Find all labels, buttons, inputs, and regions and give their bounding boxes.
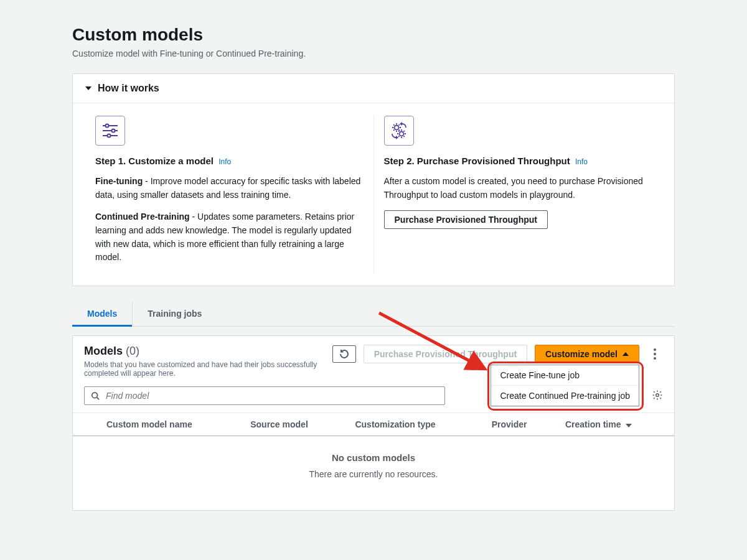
col-customization-type[interactable]: Customization type [346,413,482,436]
svg-point-12 [656,393,659,396]
search-icon [91,391,100,400]
step-1-title: Step 1. Customize a model [95,156,214,166]
how-it-works-panel: How it works Step 1. Customize a model [72,73,675,286]
caret-down-icon [85,86,92,90]
svg-point-6 [394,126,398,130]
tab-training-jobs[interactable]: Training jobs [132,301,217,326]
dropdown-item-fine-tune[interactable]: Create Fine-tune job [491,365,639,385]
search-box[interactable] [84,386,445,405]
step-2-info-link[interactable]: Info [575,157,588,166]
purchase-throughput-button: Purchase Provisioned Throughput [364,345,527,363]
col-creation-time[interactable]: Creation time [557,413,674,436]
step-1-column: Step 1. Customize a model Info Fine-tuni… [85,116,374,273]
customize-model-button[interactable]: Customize model [535,345,639,363]
caret-up-icon [622,352,629,356]
step-1-info-link[interactable]: Info [218,157,231,166]
empty-state: No custom models There are currently no … [73,436,674,510]
page-subtitle: Customize model with Fine-tuning or Cont… [72,49,675,58]
how-it-works-title: How it works [98,83,159,94]
sliders-icon [95,116,125,146]
models-table: Custom model name Source model Customiza… [73,413,674,436]
more-actions-button[interactable] [647,346,663,362]
refresh-icon [339,349,349,359]
svg-marker-9 [400,122,402,126]
dropdown-item-continued-pretraining[interactable]: Create Continued Pre-training job [491,385,639,406]
tab-bar: Models Training jobs [72,301,675,327]
svg-marker-8 [396,136,398,139]
svg-point-3 [111,129,115,132]
table-settings-button[interactable] [652,390,663,403]
step-1-paragraph-1: Fine-tuning - Improve model accuracy for… [95,175,364,202]
models-panel-description: Models that you have customized and have… [84,360,326,378]
page-title: Custom models [72,25,675,45]
col-source-model[interactable]: Source model [242,413,346,436]
search-input[interactable] [105,390,438,401]
gear-icon [652,390,663,401]
col-custom-model-name[interactable]: Custom model name [98,413,242,436]
svg-point-7 [399,132,403,136]
step-2-paragraph: After a custom model is created, you nee… [384,175,652,202]
svg-point-10 [92,393,98,398]
tab-models[interactable]: Models [72,301,132,326]
purchase-throughput-button-top[interactable]: Purchase Provisioned Throughput [384,210,548,229]
empty-state-title: No custom models [73,452,674,463]
step-2-title: Step 2. Purchase Provisioned Throughput [384,156,570,166]
page-header: Custom models Customize model with Fine-… [72,25,675,58]
gears-cycle-icon [384,116,414,146]
step-1-paragraph-2: Continued Pre-training - Updates some pa… [95,210,364,264]
step-2-column: Step 2. Purchase Provisioned Throughput … [374,116,662,273]
svg-point-5 [107,134,110,137]
how-it-works-toggle[interactable]: How it works [73,74,674,103]
empty-state-subtitle: There are currently no resources. [73,469,674,479]
customize-model-dropdown: Create Fine-tune job Create Continued Pr… [491,365,639,406]
col-provider[interactable]: Provider [483,413,557,436]
svg-point-1 [105,124,108,127]
svg-line-11 [97,398,100,400]
models-panel-title: Models [84,345,123,357]
models-panel: Models (0) Models that you have customiz… [72,335,675,511]
refresh-button[interactable] [332,345,356,363]
models-count: (0) [126,345,139,357]
